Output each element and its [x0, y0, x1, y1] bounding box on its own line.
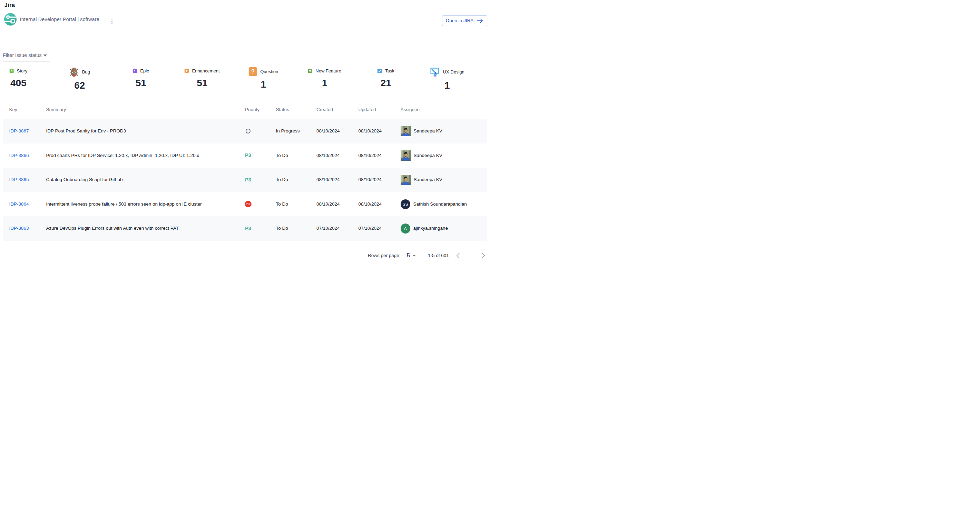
counter-story[interactable]: Story 405 [0, 67, 49, 90]
assignee-avatar-photo [401, 126, 411, 136]
table-row: IDP-3865 Catalog Onboarding Script for G… [3, 168, 487, 192]
issue-status: To Do [276, 176, 317, 183]
open-in-jira-button[interactable]: Open in JIRA [442, 15, 487, 26]
issue-key-link[interactable]: IDP-3867 [9, 128, 29, 133]
assignee-name: Sathish Soundarapandian [414, 201, 467, 208]
priority-cell: P3 [245, 225, 276, 232]
key-cell: IDP-3865 [9, 176, 46, 183]
issue-created: 08/10/2024 [317, 128, 358, 135]
assignee-name: Sandeepa KV [414, 176, 442, 183]
issue-updated: 08/10/2024 [358, 128, 401, 135]
counter-head: Enhancement [185, 67, 220, 75]
assignee-cell: A ajinkya.shingane [401, 224, 488, 233]
issue-status: To Do [276, 201, 317, 208]
key-cell: IDP-3866 [9, 152, 46, 159]
column-header-key: Key [9, 106, 46, 113]
issue-summary: IDP Post Prod Sanity for Env - PROD3 [46, 128, 245, 135]
column-header-assignee: Assignee [401, 106, 488, 113]
filter-issue-status-label: Filter issue status [3, 52, 42, 59]
key-cell: IDP-3863 [9, 225, 46, 232]
counter-new-feature[interactable]: New Feature 1 [294, 67, 355, 90]
more-options-button[interactable] [109, 17, 115, 26]
ux-design-icon [430, 67, 440, 77]
counter-count: 51 [135, 79, 146, 87]
counter-label: Epic [140, 68, 149, 75]
project-logo-icon [4, 13, 17, 25]
priority-p1-badge: P1 [245, 201, 251, 208]
counter-label: New Feature [315, 68, 341, 75]
issue-key-link[interactable]: IDP-3865 [9, 177, 29, 182]
issue-created: 08/10/2024 [317, 152, 358, 159]
issue-updated: 08/10/2024 [358, 152, 401, 159]
table-header: Key Summary Priority Status Created Upda… [3, 106, 487, 113]
rows-per-page-select[interactable]: 5 [407, 252, 416, 259]
counter-head: Epic [133, 67, 149, 75]
issue-updated: 07/10/2024 [358, 225, 401, 232]
issues-table: IDP-3867 IDP Post Prod Sanity for Env - … [3, 119, 487, 241]
column-header-status: Status [276, 106, 317, 113]
assignee-name: Sandeepa KV [414, 128, 442, 135]
priority-cell: P1 [245, 201, 276, 208]
issue-status: To Do [276, 152, 317, 159]
open-in-jira-label: Open in JIRA [446, 18, 473, 23]
key-cell: IDP-3867 [9, 128, 46, 135]
assignee-avatar-initials: A [401, 224, 410, 233]
counter-label: Question [260, 68, 278, 75]
issue-key-link[interactable]: IDP-3864 [9, 201, 29, 207]
svg-text:</>: </> [72, 71, 76, 74]
previous-page-button[interactable] [454, 251, 462, 260]
assignee-avatar-photo [401, 175, 411, 185]
story-icon [9, 69, 14, 73]
counter-count: 1 [322, 79, 328, 87]
counter-label: Bug [82, 69, 90, 76]
column-header-updated: Updated [358, 106, 401, 113]
priority-cell: P3 [245, 152, 276, 159]
counter-label: Enhancement [192, 68, 220, 75]
caret-down-icon [412, 255, 416, 257]
issue-created: 07/10/2024 [317, 225, 358, 232]
column-header-created: Created [317, 106, 358, 113]
counter-question[interactable]: ? Question 1 [233, 67, 294, 90]
enhancement-icon [185, 69, 189, 73]
counter-count: 51 [197, 79, 207, 87]
issue-created: 08/10/2024 [317, 176, 358, 183]
assignee-cell: Sandeepa KV [401, 126, 488, 136]
issue-created: 08/10/2024 [317, 201, 358, 208]
counter-head: Story [9, 67, 27, 75]
assignee-name: Sandeepa KV [414, 152, 442, 159]
table-row: IDP-3864 Intermittent liveness probe fai… [3, 192, 487, 217]
next-page-button[interactable] [479, 251, 487, 260]
issue-updated: 08/10/2024 [358, 176, 401, 183]
question-icon: ? [248, 67, 257, 76]
issue-summary: Prod charts PRs for IDP Service: 1.20.x,… [46, 152, 245, 159]
assignee-cell: Sandeepa KV [401, 151, 488, 161]
svg-text:?: ? [251, 68, 255, 75]
priority-cell [245, 128, 276, 133]
page-title: Jira [5, 1, 15, 9]
issue-status: In Progress [276, 128, 317, 135]
counter-count: 21 [380, 79, 391, 87]
counter-head: UX Design [430, 67, 465, 77]
filter-issue-status-select[interactable]: Filter issue status [3, 52, 47, 59]
key-cell: IDP-3864 [9, 201, 46, 208]
counter-head: </> Bug [69, 67, 90, 77]
chevron-left-icon [456, 252, 460, 259]
counter-epic[interactable]: Epic 51 [110, 67, 172, 90]
counter-count: 1 [261, 80, 266, 89]
column-header-priority: Priority [245, 106, 276, 113]
counter-head: Task [377, 67, 395, 75]
counter-head: ? Question [248, 67, 278, 76]
counter-count: 62 [74, 81, 85, 90]
issue-key-link[interactable]: IDP-3866 [9, 153, 29, 158]
epic-icon [133, 69, 137, 73]
counter-bug[interactable]: </> Bug 62 [49, 67, 110, 90]
counter-ux-design[interactable]: UX Design 1 [417, 67, 478, 90]
assignee-cell: Sandeepa KV [401, 175, 488, 185]
counter-task[interactable]: Task 21 [355, 67, 417, 90]
counter-head: New Feature [308, 67, 341, 75]
issue-key-link[interactable]: IDP-3863 [9, 225, 29, 231]
counter-enhancement[interactable]: Enhancement 51 [172, 67, 233, 90]
counter-label: Task [385, 68, 395, 75]
jira-plugin-card: Jira Internal Developer Portal|software … [0, 0, 490, 262]
caret-down-icon [43, 54, 47, 57]
